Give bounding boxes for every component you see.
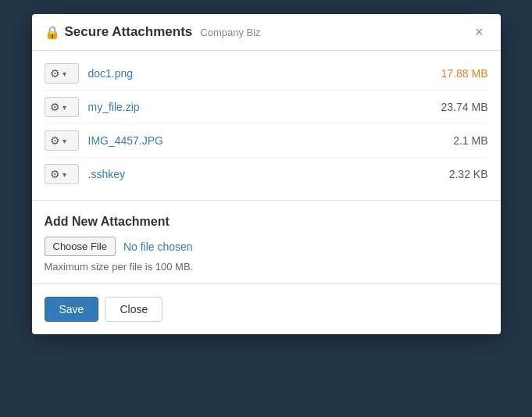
file-name-1: doc1.png xyxy=(88,67,426,80)
file-name-3: IMG_4457.JPG xyxy=(88,134,426,147)
file-name-4: .sshkey xyxy=(88,168,426,180)
add-attachment-section: Add New Attachment Choose File No file c… xyxy=(32,204,501,280)
gear-icon: ⚙ xyxy=(50,101,60,113)
gear-icon: ⚙ xyxy=(50,134,60,147)
file-size-1: 17.88 MB xyxy=(426,67,488,80)
file-item: ⚙ ▾ doc1.png 17.88 MB xyxy=(45,57,488,91)
modal-title-text: Secure Attachments xyxy=(65,24,193,40)
chevron-down-icon: ▾ xyxy=(62,170,66,179)
no-file-chosen-label: No file chosen xyxy=(123,241,193,253)
file-settings-button-2[interactable]: ⚙ ▾ xyxy=(45,97,79,117)
modal-title: 🔒 Secure Attachments Company Biz xyxy=(45,24,261,40)
file-item: ⚙ ▾ IMG_4457.JPG 2.1 MB xyxy=(45,124,488,158)
chevron-down-icon: ▾ xyxy=(62,137,66,145)
lock-icon: 🔒 xyxy=(45,25,60,40)
modal-subtitle: Company Biz xyxy=(200,27,260,38)
save-button[interactable]: Save xyxy=(45,297,99,322)
file-size-3: 2.1 MB xyxy=(426,134,488,147)
secure-attachments-modal: 🔒 Secure Attachments Company Biz × ⚙ ▾ d… xyxy=(32,14,501,334)
file-settings-button-4[interactable]: ⚙ ▾ xyxy=(45,164,79,184)
file-settings-button-3[interactable]: ⚙ ▾ xyxy=(45,130,79,151)
gear-icon: ⚙ xyxy=(50,67,60,80)
gear-icon: ⚙ xyxy=(50,168,60,180)
modal-backdrop: 🔒 Secure Attachments Company Biz × ⚙ ▾ d… xyxy=(0,0,532,417)
file-list: ⚙ ▾ doc1.png 17.88 MB ⚙ ▾ my_file.zip 23… xyxy=(32,51,501,197)
file-name-2: my_file.zip xyxy=(88,101,426,113)
file-size-2: 23.74 MB xyxy=(426,101,488,113)
file-item: ⚙ ▾ my_file.zip 23.74 MB xyxy=(45,91,488,124)
chevron-down-icon: ▾ xyxy=(62,103,66,112)
close-icon-button[interactable]: × xyxy=(470,23,488,41)
modal-footer: Save Close xyxy=(32,287,501,334)
chevron-down-icon: ▾ xyxy=(62,70,66,78)
file-item: ⚙ ▾ .sshkey 2.32 KB xyxy=(45,158,488,191)
max-size-label: Maximum size per file is 100 MB. xyxy=(45,261,488,273)
close-button[interactable]: Close xyxy=(105,297,162,322)
choose-file-button[interactable]: Choose File xyxy=(45,237,116,256)
divider xyxy=(32,200,501,201)
file-size-4: 2.32 KB xyxy=(426,168,488,180)
file-settings-button-1[interactable]: ⚙ ▾ xyxy=(45,63,79,84)
file-input-row: Choose File No file chosen xyxy=(45,237,488,256)
divider-2 xyxy=(32,283,501,284)
modal-header: 🔒 Secure Attachments Company Biz × xyxy=(32,14,501,51)
add-attachment-title: Add New Attachment xyxy=(45,215,488,229)
